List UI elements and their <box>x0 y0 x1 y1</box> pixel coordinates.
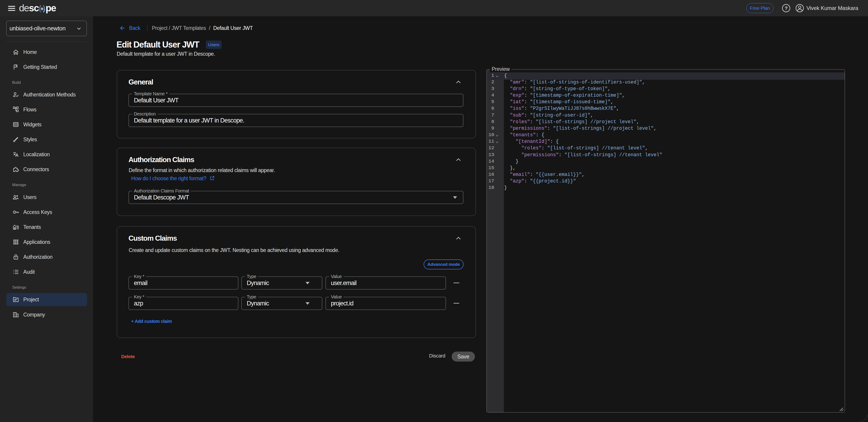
svg-text:?: ? <box>784 5 788 11</box>
